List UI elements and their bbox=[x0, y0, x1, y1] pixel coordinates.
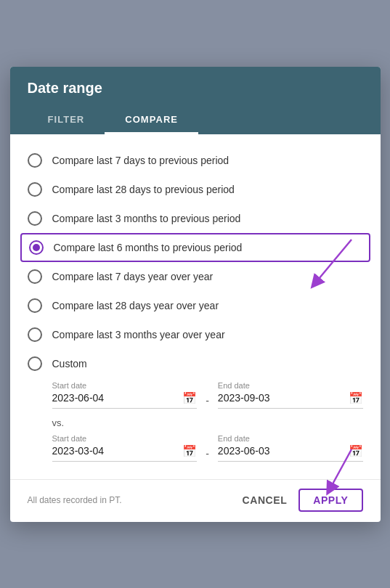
start-date-calendar-icon[interactable]: 📅 bbox=[182, 391, 197, 405]
start-date-value: 2023-06-04 bbox=[52, 392, 180, 404]
radio-6months-inner bbox=[33, 244, 40, 251]
radio-7days-previous[interactable] bbox=[28, 153, 42, 168]
end-date-label: End date bbox=[218, 381, 363, 390]
radio-28days-yoy[interactable] bbox=[28, 298, 42, 313]
radio-custom[interactable] bbox=[28, 356, 42, 371]
option-7days-previous[interactable]: Compare last 7 days to previous period bbox=[28, 146, 363, 175]
end-date-calendar-icon[interactable]: 📅 bbox=[349, 391, 363, 405]
option-3months-previous[interactable]: Compare last 3 months to previous period bbox=[28, 204, 363, 233]
start-date-input-wrapper[interactable]: 2023-06-04 📅 bbox=[52, 391, 198, 409]
end-date-group: End date 2023-09-03 📅 bbox=[218, 381, 363, 409]
modal-header: Date range FILTER COMPARE bbox=[10, 67, 381, 134]
vs-end-date-label: End date bbox=[218, 434, 363, 443]
start-date-label: Start date bbox=[52, 381, 198, 390]
option-6months-previous[interactable]: Compare last 6 months to previous period bbox=[20, 233, 370, 262]
option-7days-previous-label: Compare last 7 days to previous period bbox=[52, 155, 229, 166]
custom-date-section: Start date 2023-06-04 📅 - End date 2023-… bbox=[28, 381, 363, 462]
option-custom-label: Custom bbox=[52, 358, 87, 369]
vs-start-date-group: Start date 2023-03-04 📅 bbox=[52, 434, 198, 462]
modal-title: Date range bbox=[28, 80, 363, 97]
date-separator-1: - bbox=[203, 395, 212, 407]
start-date-group: Start date 2023-06-04 📅 bbox=[52, 381, 198, 409]
primary-date-row: Start date 2023-06-04 📅 - End date 2023-… bbox=[52, 381, 363, 409]
tab-filter[interactable]: FILTER bbox=[28, 107, 105, 134]
vs-end-date-group: End date 2023-06-03 📅 bbox=[218, 434, 363, 462]
option-6months-previous-label: Compare last 6 months to previous period bbox=[54, 242, 243, 253]
date-range-modal: Date range FILTER COMPARE Compare last 7… bbox=[10, 67, 381, 522]
apply-button[interactable]: APPLY bbox=[298, 489, 362, 512]
option-3months-previous-label: Compare last 3 months to previous period bbox=[52, 213, 241, 224]
option-28days-previous-label: Compare last 28 days to previous period bbox=[52, 184, 235, 195]
option-7days-yoy-label: Compare last 7 days year over year bbox=[52, 271, 214, 282]
vs-date-row: Start date 2023-03-04 📅 - End date 2023-… bbox=[52, 434, 363, 462]
vs-end-date-input-wrapper[interactable]: 2023-06-03 📅 bbox=[218, 444, 363, 462]
tabs-container: FILTER COMPARE bbox=[28, 107, 363, 134]
date-separator-2: - bbox=[203, 448, 212, 460]
vs-end-date-calendar-icon[interactable]: 📅 bbox=[349, 444, 363, 458]
radio-3months-yoy[interactable] bbox=[28, 327, 42, 342]
option-3months-yoy-label: Compare last 3 months year over year bbox=[52, 329, 225, 340]
footer-note: All dates recorded in PT. bbox=[28, 495, 122, 505]
vs-start-date-calendar-icon[interactable]: 📅 bbox=[182, 444, 197, 458]
modal-body: Compare last 7 days to previous period C… bbox=[10, 134, 381, 476]
radio-28days-previous[interactable] bbox=[28, 182, 42, 197]
modal-footer: All dates recorded in PT. CANCEL APPLY bbox=[10, 479, 381, 522]
vs-end-date-value: 2023-06-03 bbox=[218, 445, 346, 457]
cancel-button[interactable]: CANCEL bbox=[243, 494, 288, 506]
option-3months-yoy[interactable]: Compare last 3 months year over year bbox=[28, 320, 363, 349]
radio-3months-previous[interactable] bbox=[28, 211, 42, 226]
end-date-value: 2023-09-03 bbox=[218, 392, 346, 404]
footer-actions: CANCEL APPLY bbox=[243, 489, 363, 512]
radio-7days-yoy[interactable] bbox=[28, 269, 42, 284]
option-28days-previous[interactable]: Compare last 28 days to previous period bbox=[28, 175, 363, 204]
vs-start-date-input-wrapper[interactable]: 2023-03-04 📅 bbox=[52, 444, 198, 462]
vs-label: vs. bbox=[52, 417, 363, 428]
option-7days-yoy[interactable]: Compare last 7 days year over year bbox=[28, 262, 363, 291]
vs-start-date-label: Start date bbox=[52, 434, 198, 443]
option-28days-yoy-label: Compare last 28 days year over year bbox=[52, 300, 219, 311]
end-date-input-wrapper[interactable]: 2023-09-03 📅 bbox=[218, 391, 363, 409]
vs-start-date-value: 2023-03-04 bbox=[52, 445, 180, 457]
option-28days-yoy[interactable]: Compare last 28 days year over year bbox=[28, 291, 363, 320]
radio-6months-previous[interactable] bbox=[29, 240, 44, 255]
option-custom[interactable]: Custom bbox=[28, 349, 363, 378]
tab-compare[interactable]: COMPARE bbox=[105, 107, 198, 134]
